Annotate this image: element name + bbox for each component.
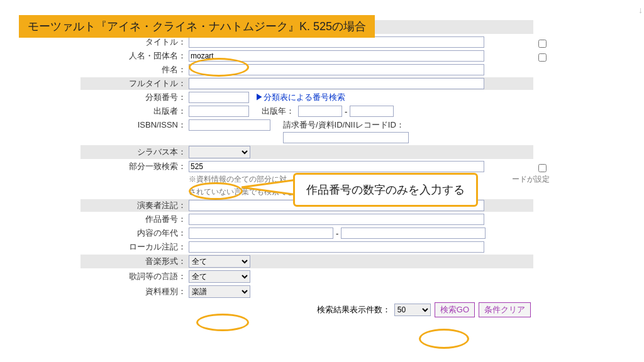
highlight-ellipse-go bbox=[419, 329, 469, 349]
label-callno: 請求番号/資料ID/NIIレコードID： bbox=[283, 119, 409, 131]
row-perfnote: 演奏者注記： bbox=[80, 199, 533, 212]
label-person: 人名・団体名： bbox=[83, 50, 189, 62]
row-syllabus: シラバス本： bbox=[80, 145, 533, 159]
label-musicform: 音楽形式： bbox=[83, 256, 189, 267]
note-partial-1: ※資料情報の全ての部分に対 ードが設定 bbox=[189, 174, 533, 185]
select-syllabus[interactable] bbox=[189, 146, 250, 158]
dash: - bbox=[345, 107, 347, 116]
label-localnote: ローカル注記： bbox=[83, 241, 189, 253]
check-title[interactable] bbox=[538, 40, 547, 48]
row-mattype: 資料種別： 楽譜 bbox=[80, 285, 533, 299]
label-fulltitle: フルタイトル： bbox=[83, 78, 189, 89]
row-era: 内容の年代： - bbox=[80, 227, 533, 239]
row-person: 人名・団体名： bbox=[80, 50, 533, 62]
row-workno: 作品番号： bbox=[80, 213, 533, 226]
select-musicform[interactable]: 全て bbox=[189, 255, 250, 268]
input-pubyear-to[interactable] bbox=[350, 106, 394, 117]
label-publisher: 出版者： bbox=[83, 106, 189, 117]
search-go-button[interactable]: 検索GO bbox=[435, 302, 475, 317]
input-person[interactable] bbox=[189, 50, 484, 62]
link-classno[interactable]: ▶分類表による番号検索 bbox=[255, 92, 345, 103]
note-partial-2: されていない言葉でも検索できます。 bbox=[189, 187, 533, 197]
row-partial: 部分一致検索： bbox=[80, 160, 533, 173]
search-form: タイトル： 人名・団体名： 件名： フルタイトル： 分類番号： ▶分類表による番… bbox=[80, 20, 533, 317]
label-isbn: ISBN/ISSN： bbox=[83, 119, 189, 131]
label-classno: 分類番号： bbox=[83, 92, 189, 103]
input-classno[interactable] bbox=[189, 92, 249, 103]
input-localnote[interactable] bbox=[189, 241, 484, 253]
annotation-banner: モーツァルト『アイネ・クライネ・ナハトムジーク』K. 525の場合 bbox=[19, 15, 375, 38]
input-perfnote[interactable] bbox=[189, 200, 484, 211]
input-isbn[interactable] bbox=[189, 119, 270, 131]
input-subject[interactable] bbox=[189, 64, 484, 75]
label-pubyear: 出版年： bbox=[262, 106, 294, 117]
input-era-from[interactable] bbox=[189, 228, 333, 239]
label-perfnote: 演奏者注記： bbox=[83, 200, 189, 211]
label-subject: 件名： bbox=[83, 64, 189, 75]
row-subject: 件名： bbox=[80, 63, 533, 76]
input-fulltitle[interactable] bbox=[189, 78, 484, 89]
row-publisher: 出版者： 出版年： - bbox=[80, 105, 533, 118]
label-title: タイトル： bbox=[83, 36, 189, 48]
input-callno[interactable] bbox=[283, 132, 409, 143]
label-lyriclang: 歌詞等の言語： bbox=[83, 271, 189, 282]
label-era: 内容の年代： bbox=[83, 228, 189, 239]
row-fulltitle: フルタイトル： bbox=[80, 77, 533, 90]
clear-button[interactable]: 条件クリア bbox=[479, 302, 531, 317]
label-partial: 部分一致検索： bbox=[83, 161, 189, 172]
input-partial[interactable] bbox=[189, 161, 484, 172]
input-era-to[interactable] bbox=[341, 228, 486, 239]
row-title: タイトル： bbox=[80, 36, 533, 48]
input-workno[interactable] bbox=[189, 214, 484, 225]
select-lyriclang[interactable]: 全て bbox=[189, 270, 250, 283]
label-syllabus: シラバス本： bbox=[83, 146, 189, 158]
check-person[interactable] bbox=[538, 53, 547, 62]
input-pubyear-from[interactable] bbox=[298, 106, 342, 117]
check-partial[interactable] bbox=[538, 164, 547, 172]
label-workno: 作品番号： bbox=[83, 214, 189, 225]
dash2: - bbox=[336, 229, 338, 238]
row-lyriclang: 歌詞等の言語： 全て bbox=[80, 270, 533, 283]
row-classno: 分類番号： ▶分類表による番号検索 bbox=[80, 91, 533, 104]
button-row: 検索結果表示件数： 50 検索GO 条件クリア bbox=[80, 302, 533, 317]
input-title[interactable] bbox=[189, 36, 484, 48]
select-resultcount[interactable]: 50 bbox=[394, 304, 431, 316]
row-musicform: 音楽形式： 全て bbox=[80, 255, 533, 268]
label-mattype: 資料種別： bbox=[83, 286, 189, 297]
row-localnote: ローカル注記： bbox=[80, 241, 533, 253]
scroll-indicator: ↓ bbox=[638, 5, 643, 15]
input-publisher[interactable] bbox=[189, 106, 249, 117]
select-mattype[interactable]: 楽譜 bbox=[189, 285, 250, 298]
row-isbn: ISBN/ISSN： 請求番号/資料ID/NIIレコードID： bbox=[80, 119, 533, 144]
label-resultcount: 検索結果表示件数： bbox=[317, 304, 391, 315]
